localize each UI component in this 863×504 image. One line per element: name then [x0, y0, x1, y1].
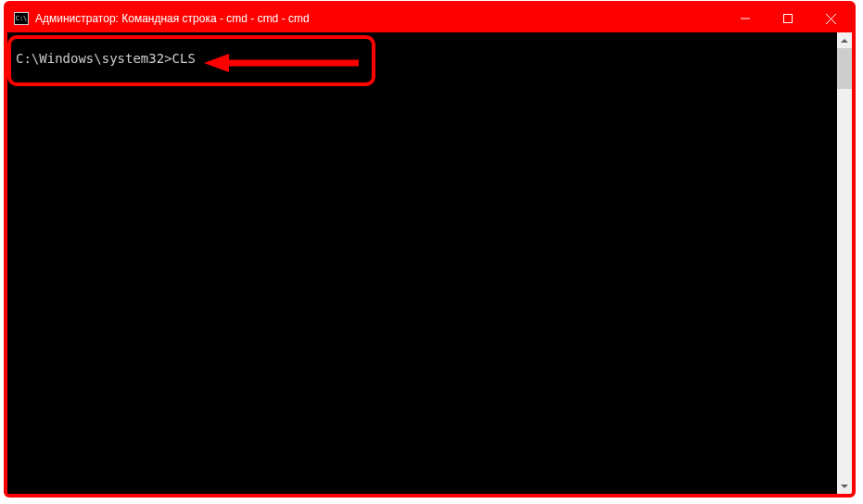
chevron-down-icon [841, 485, 848, 488]
console-body: C:\Windows\system32>CLS [7, 32, 852, 494]
console-content[interactable]: C:\Windows\system32>CLS [7, 32, 837, 494]
close-icon [826, 14, 836, 24]
cmd-app-icon: C:\ [14, 12, 29, 25]
maximize-icon [783, 14, 793, 23]
minimize-icon [741, 14, 750, 23]
window-controls [724, 5, 852, 32]
annotation-highlight-box: C:\Windows\system32>CLS [7, 35, 375, 86]
command-prompt-window: C:\ Администратор: Командная строка - cm… [4, 1, 856, 498]
command-line: C:\Windows\system32>CLS [16, 51, 196, 66]
scroll-down-button[interactable] [837, 478, 852, 494]
svg-rect-1 [784, 15, 793, 23]
svg-marker-5 [204, 54, 229, 72]
prompt-text: C:\Windows\system32> [16, 51, 172, 66]
titlebar[interactable]: C:\ Администратор: Командная строка - cm… [7, 5, 852, 32]
titlebar-left: C:\ Администратор: Командная строка - cm… [7, 12, 310, 25]
scroll-up-button[interactable] [837, 32, 852, 48]
chevron-up-icon [841, 39, 848, 43]
svg-marker-6 [841, 39, 848, 43]
close-button[interactable] [809, 5, 852, 32]
vertical-scrollbar[interactable] [837, 32, 852, 494]
maximize-button[interactable] [767, 5, 809, 32]
command-text: CLS [172, 51, 196, 66]
scroll-track[interactable] [837, 48, 852, 478]
svg-marker-7 [841, 485, 848, 488]
window-title: Администратор: Командная строка - cmd - … [35, 12, 310, 25]
app-icon-text: C:\ [16, 16, 28, 22]
minimize-button[interactable] [724, 5, 767, 32]
scroll-thumb[interactable] [837, 48, 852, 89]
annotation-arrow-icon [201, 50, 363, 76]
